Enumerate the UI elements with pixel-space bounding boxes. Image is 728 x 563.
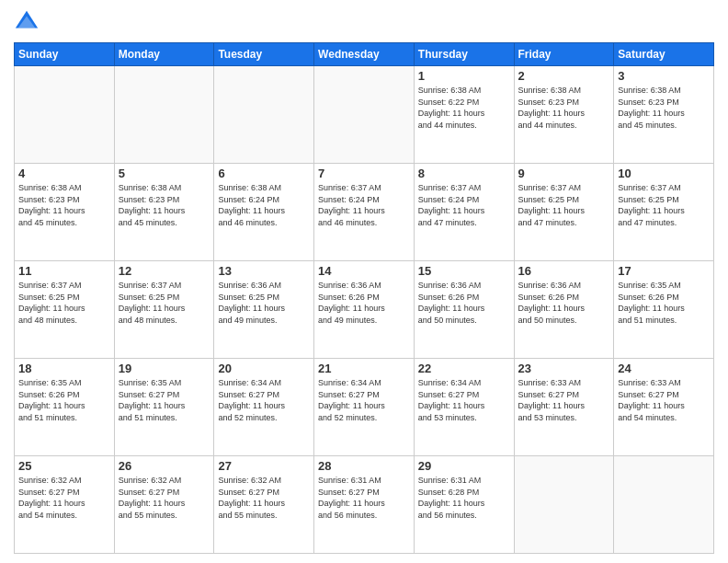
week-row-0: 1Sunrise: 6:38 AM Sunset: 6:22 PM Daylig… — [15, 66, 714, 164]
page: SundayMondayTuesdayWednesdayThursdayFrid… — [0, 0, 728, 563]
calendar-cell: 17Sunrise: 6:35 AM Sunset: 6:26 PM Dayli… — [614, 261, 714, 359]
day-number: 7 — [318, 167, 410, 180]
day-info: Sunrise: 6:34 AM Sunset: 6:27 PM Dayligh… — [318, 377, 410, 423]
day-info: Sunrise: 6:36 AM Sunset: 6:25 PM Dayligh… — [218, 280, 310, 326]
week-row-3: 18Sunrise: 6:35 AM Sunset: 6:26 PM Dayli… — [15, 359, 714, 456]
calendar-cell — [214, 66, 314, 164]
calendar-cell: 5Sunrise: 6:38 AM Sunset: 6:23 PM Daylig… — [114, 164, 214, 261]
calendar-cell: 11Sunrise: 6:37 AM Sunset: 6:25 PM Dayli… — [15, 261, 115, 359]
weekday-header-thursday: Thursday — [414, 43, 514, 66]
day-info: Sunrise: 6:34 AM Sunset: 6:27 PM Dayligh… — [418, 377, 510, 423]
day-number: 15 — [418, 264, 510, 278]
calendar-cell: 19Sunrise: 6:35 AM Sunset: 6:27 PM Dayli… — [114, 359, 214, 456]
week-row-2: 11Sunrise: 6:37 AM Sunset: 6:25 PM Dayli… — [15, 261, 714, 359]
day-info: Sunrise: 6:38 AM Sunset: 6:23 PM Dayligh… — [18, 182, 110, 228]
weekday-header-tuesday: Tuesday — [214, 43, 314, 66]
calendar-cell: 12Sunrise: 6:37 AM Sunset: 6:25 PM Dayli… — [114, 261, 214, 359]
day-number: 23 — [518, 362, 610, 375]
day-info: Sunrise: 6:38 AM Sunset: 6:22 PM Dayligh… — [418, 85, 510, 131]
day-info: Sunrise: 6:32 AM Sunset: 6:27 PM Dayligh… — [218, 475, 310, 521]
calendar-cell: 6Sunrise: 6:38 AM Sunset: 6:24 PM Daylig… — [214, 164, 314, 261]
calendar-table: SundayMondayTuesdayWednesdayThursdayFrid… — [14, 42, 714, 554]
day-info: Sunrise: 6:31 AM Sunset: 6:27 PM Dayligh… — [318, 475, 410, 521]
day-number: 17 — [618, 264, 710, 278]
day-info: Sunrise: 6:38 AM Sunset: 6:23 PM Dayligh… — [618, 85, 710, 131]
weekday-header-friday: Friday — [514, 43, 614, 66]
calendar-cell: 20Sunrise: 6:34 AM Sunset: 6:27 PM Dayli… — [214, 359, 314, 456]
weekday-header-row: SundayMondayTuesdayWednesdayThursdayFrid… — [15, 43, 714, 66]
day-number: 28 — [318, 459, 410, 473]
day-number: 20 — [218, 362, 310, 375]
calendar-cell: 3Sunrise: 6:38 AM Sunset: 6:23 PM Daylig… — [614, 66, 714, 164]
weekday-header-saturday: Saturday — [614, 43, 714, 66]
calendar-cell: 1Sunrise: 6:38 AM Sunset: 6:22 PM Daylig… — [414, 66, 514, 164]
day-info: Sunrise: 6:35 AM Sunset: 6:26 PM Dayligh… — [18, 377, 110, 423]
day-number: 5 — [119, 167, 210, 180]
day-info: Sunrise: 6:37 AM Sunset: 6:25 PM Dayligh… — [518, 182, 610, 228]
calendar-cell: 8Sunrise: 6:37 AM Sunset: 6:24 PM Daylig… — [414, 164, 514, 261]
day-info: Sunrise: 6:35 AM Sunset: 6:26 PM Dayligh… — [618, 280, 710, 326]
header — [14, 9, 714, 35]
day-number: 4 — [18, 167, 110, 180]
calendar-cell: 4Sunrise: 6:38 AM Sunset: 6:23 PM Daylig… — [15, 164, 115, 261]
calendar-cell: 15Sunrise: 6:36 AM Sunset: 6:26 PM Dayli… — [414, 261, 514, 359]
day-number: 9 — [518, 167, 610, 180]
calendar-cell — [514, 456, 614, 554]
day-info: Sunrise: 6:36 AM Sunset: 6:26 PM Dayligh… — [318, 280, 410, 326]
calendar-cell: 9Sunrise: 6:37 AM Sunset: 6:25 PM Daylig… — [514, 164, 614, 261]
calendar-cell: 2Sunrise: 6:38 AM Sunset: 6:23 PM Daylig… — [514, 66, 614, 164]
day-info: Sunrise: 6:31 AM Sunset: 6:28 PM Dayligh… — [418, 475, 510, 521]
calendar-cell: 18Sunrise: 6:35 AM Sunset: 6:26 PM Dayli… — [15, 359, 115, 456]
day-info: Sunrise: 6:38 AM Sunset: 6:23 PM Dayligh… — [518, 85, 610, 131]
day-number: 3 — [618, 69, 710, 83]
day-info: Sunrise: 6:37 AM Sunset: 6:24 PM Dayligh… — [418, 182, 510, 228]
weekday-header-wednesday: Wednesday — [314, 43, 415, 66]
week-row-4: 25Sunrise: 6:32 AM Sunset: 6:27 PM Dayli… — [15, 456, 714, 554]
calendar-cell: 23Sunrise: 6:33 AM Sunset: 6:27 PM Dayli… — [514, 359, 614, 456]
day-number: 1 — [418, 69, 510, 83]
calendar-cell: 22Sunrise: 6:34 AM Sunset: 6:27 PM Dayli… — [414, 359, 514, 456]
day-info: Sunrise: 6:35 AM Sunset: 6:27 PM Dayligh… — [119, 377, 210, 423]
day-number: 24 — [618, 362, 710, 375]
logo-icon — [14, 9, 40, 35]
weekday-header-sunday: Sunday — [15, 43, 115, 66]
calendar-cell — [114, 66, 214, 164]
day-info: Sunrise: 6:38 AM Sunset: 6:23 PM Dayligh… — [119, 182, 210, 228]
day-info: Sunrise: 6:37 AM Sunset: 6:24 PM Dayligh… — [318, 182, 410, 228]
day-info: Sunrise: 6:37 AM Sunset: 6:25 PM Dayligh… — [119, 280, 210, 326]
day-info: Sunrise: 6:38 AM Sunset: 6:24 PM Dayligh… — [218, 182, 310, 228]
day-number: 13 — [218, 264, 310, 278]
calendar-cell: 24Sunrise: 6:33 AM Sunset: 6:27 PM Dayli… — [614, 359, 714, 456]
calendar-cell: 25Sunrise: 6:32 AM Sunset: 6:27 PM Dayli… — [15, 456, 115, 554]
day-number: 26 — [119, 459, 210, 473]
day-info: Sunrise: 6:33 AM Sunset: 6:27 PM Dayligh… — [518, 377, 610, 423]
day-number: 27 — [218, 459, 310, 473]
calendar-cell: 14Sunrise: 6:36 AM Sunset: 6:26 PM Dayli… — [314, 261, 415, 359]
day-number: 29 — [418, 459, 510, 473]
calendar-cell — [314, 66, 415, 164]
calendar-cell: 16Sunrise: 6:36 AM Sunset: 6:26 PM Dayli… — [514, 261, 614, 359]
calendar-cell — [15, 66, 115, 164]
day-info: Sunrise: 6:37 AM Sunset: 6:25 PM Dayligh… — [618, 182, 710, 228]
day-info: Sunrise: 6:32 AM Sunset: 6:27 PM Dayligh… — [18, 475, 110, 521]
day-info: Sunrise: 6:33 AM Sunset: 6:27 PM Dayligh… — [618, 377, 710, 423]
day-number: 14 — [318, 264, 410, 278]
day-info: Sunrise: 6:36 AM Sunset: 6:26 PM Dayligh… — [418, 280, 510, 326]
day-info: Sunrise: 6:34 AM Sunset: 6:27 PM Dayligh… — [218, 377, 310, 423]
calendar-cell: 26Sunrise: 6:32 AM Sunset: 6:27 PM Dayli… — [114, 456, 214, 554]
calendar-cell: 29Sunrise: 6:31 AM Sunset: 6:28 PM Dayli… — [414, 456, 514, 554]
day-number: 11 — [18, 264, 110, 278]
day-number: 8 — [418, 167, 510, 180]
day-number: 18 — [18, 362, 110, 375]
day-number: 16 — [518, 264, 610, 278]
calendar-cell: 28Sunrise: 6:31 AM Sunset: 6:27 PM Dayli… — [314, 456, 415, 554]
calendar-cell: 7Sunrise: 6:37 AM Sunset: 6:24 PM Daylig… — [314, 164, 415, 261]
calendar-cell: 13Sunrise: 6:36 AM Sunset: 6:25 PM Dayli… — [214, 261, 314, 359]
day-number: 2 — [518, 69, 610, 83]
calendar-cell: 27Sunrise: 6:32 AM Sunset: 6:27 PM Dayli… — [214, 456, 314, 554]
day-number: 22 — [418, 362, 510, 375]
day-number: 10 — [618, 167, 710, 180]
weekday-header-monday: Monday — [114, 43, 214, 66]
day-info: Sunrise: 6:36 AM Sunset: 6:26 PM Dayligh… — [518, 280, 610, 326]
day-number: 25 — [18, 459, 110, 473]
